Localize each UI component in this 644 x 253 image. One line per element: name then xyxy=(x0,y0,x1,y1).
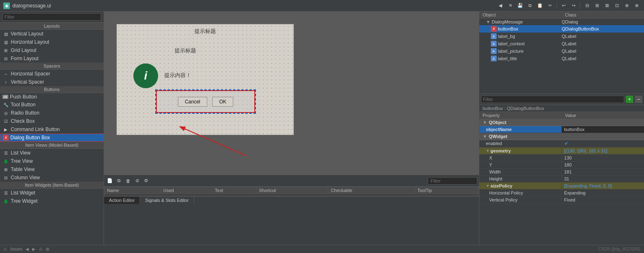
horizontal-layout-icon: ▥ xyxy=(2,39,9,45)
sidebar-item-horizontal-layout[interactable]: ▥ Horizontal Layout xyxy=(0,38,104,46)
prop-name-geometry: ▼ geometry xyxy=(479,148,562,154)
canvas-content: 提示标题 i 提示标题 提示内容！ Cancel OK xyxy=(117,24,294,135)
action-table: Name Used Text Shortcut Checkable ToolTi… xyxy=(104,187,479,196)
sidebar-item-table-view[interactable]: ⊞ Table View xyxy=(0,165,104,173)
vertical-layout-label: Vertical Layout xyxy=(11,31,43,37)
prop-filter-input[interactable] xyxy=(481,96,624,103)
cancel-button[interactable]: Cancel xyxy=(178,97,207,107)
copy-icon[interactable]: ⧉ xyxy=(526,2,534,10)
check-box-icon: ☑ xyxy=(2,118,9,124)
action-filter-input[interactable] xyxy=(428,177,477,185)
prop-remove-btn[interactable]: − xyxy=(635,96,642,103)
sidebar-item-tree-view[interactable]: 🌲 Tree View xyxy=(0,157,104,165)
tree-item-label-context[interactable]: A label_context QLabel xyxy=(479,40,644,47)
ok-button[interactable]: OK xyxy=(212,97,233,107)
tree-item-label-title[interactable]: A label_title QLabel xyxy=(479,55,644,62)
sidebar-item-horizontal-spacer[interactable]: ↔ Horizontal Spacer xyxy=(0,70,104,78)
sidebar-item-vertical-spacer[interactable]: ↕ Vertical Spacer xyxy=(0,78,104,86)
button-box-widget[interactable]: Cancel OK xyxy=(156,90,255,113)
sidebar-item-tree-widget[interactable]: 🌲 Tree Widget xyxy=(0,197,104,205)
undo-icon[interactable]: ↩ xyxy=(559,2,568,10)
tab-action-editor[interactable]: Action Editor xyxy=(104,197,140,204)
sidebar-item-list-widget[interactable]: ☰ List Widget xyxy=(0,189,104,197)
bottom-toolbar: 📄 ⧉ 🗑 ⊘ ⚙ xyxy=(104,175,479,187)
copy-action-icon[interactable]: ⧉ xyxy=(115,177,123,185)
sidebar-item-command-link-button[interactable]: ▶ Command Link Button xyxy=(0,125,104,134)
prop-row-x[interactable]: X 130 xyxy=(479,155,644,162)
prop-value-geometry: [(130, 180), 181 x 31] xyxy=(562,148,644,154)
prop-row-v-policy[interactable]: Vertical Policy Fixed xyxy=(479,197,644,204)
nav-back-status[interactable]: ◀ xyxy=(26,247,29,251)
tree-item-class: QDialog xyxy=(562,19,643,24)
dialog-button-box-icon: ✗ xyxy=(3,135,9,141)
sidebar-item-vertical-layout[interactable]: ▤ Vertical Layout xyxy=(0,30,104,38)
prop-name-y: Y xyxy=(479,162,562,168)
sidebar-item-check-box[interactable]: ☑ Check Box xyxy=(0,117,104,125)
layout-h-icon[interactable]: ⊟ xyxy=(583,2,591,10)
sidebar-item-dialog-button-box[interactable]: ✗ Dialog Button Box xyxy=(0,134,104,142)
sidebar-item-push-button[interactable]: ok Push Button xyxy=(0,93,104,101)
prop-name-height: Height xyxy=(479,176,562,182)
list-view-label: List View xyxy=(11,150,31,156)
close-btn[interactable]: ✕ xyxy=(506,2,514,10)
prop-value-objectname[interactable]: buttonBox xyxy=(562,126,644,133)
expand-icon: ▼ xyxy=(483,120,487,125)
spacers-section-header: Spacers xyxy=(0,63,104,70)
adjust-icon[interactable]: ⊕ xyxy=(632,2,641,10)
tree-item-dialog-message[interactable]: ▼ DialogMessage QDialog xyxy=(479,19,644,25)
layout-v-icon[interactable]: ⊞ xyxy=(593,2,601,10)
tree-item-label-bg[interactable]: A label_bg QLabel xyxy=(479,33,644,40)
horizontal-layout-label: Horizontal Layout xyxy=(11,39,49,45)
prop-add-btn[interactable]: + xyxy=(626,96,633,103)
sidebar-item-grid-layout[interactable]: ⊞ Grid Layout xyxy=(0,46,104,54)
radio-button-icon: ◎ xyxy=(2,110,9,116)
break-layout-icon[interactable]: ⊗ xyxy=(623,2,631,10)
tree-item-name: label_bg xyxy=(498,34,515,39)
redo-icon[interactable]: ↪ xyxy=(569,2,578,10)
sidebar-item-form-layout[interactable]: ⊟ Form Layout xyxy=(0,54,104,63)
prop-row-enabled[interactable]: enabled ✔ xyxy=(479,140,644,148)
sidebar-item-column-view[interactable]: ⊟ Column View xyxy=(0,173,104,182)
prop-row-geometry[interactable]: ▼ geometry [(130, 180), 181 x 31] xyxy=(479,148,644,155)
tree-item-button-box[interactable]: ✗ buttonBox QDialogButtonBox xyxy=(479,25,644,33)
tab-signals-slots-editor[interactable]: Signals & Slots Editor xyxy=(140,197,194,204)
prop-row-height[interactable]: Height 31 xyxy=(479,176,644,183)
save-icon[interactable]: 💾 xyxy=(516,2,524,10)
prop-row-y[interactable]: Y 180 xyxy=(479,162,644,169)
app-container: ▣ dialogmessage.ui ◀ ✕ 💾 ⧉ 📋 ✂ ↩ ↪ ⊟ ⊞ ⊠… xyxy=(0,0,644,253)
label-bg-tree-icon: A xyxy=(491,33,497,39)
nav-fwd-status[interactable]: ▶ xyxy=(32,247,36,251)
tree-item-label-picture[interactable]: A label_picture QLabel xyxy=(479,47,644,55)
prop-value-y: 180 xyxy=(562,162,644,168)
prop-rows-container: ▼ QObject objectName buttonBox ▼ QWidget… xyxy=(479,119,644,245)
paste-icon[interactable]: 📋 xyxy=(536,2,544,10)
sidebar-item-tool-button[interactable]: 🔧 Tool Button xyxy=(0,101,104,109)
issues-icon: ⚠ xyxy=(3,247,7,251)
expand-icon: ▼ xyxy=(486,19,490,24)
copyright: CSDN @qq_40170041 xyxy=(599,247,641,251)
value-col-header: Value xyxy=(562,112,644,119)
add-action-icon[interactable]: 📄 xyxy=(106,177,114,185)
col-name: Name xyxy=(104,187,161,194)
delete-action-icon[interactable]: 🗑 xyxy=(124,177,132,185)
tree-item-class: QLabel xyxy=(562,34,643,39)
push-button-icon: ok xyxy=(2,95,8,99)
prop-row-size-policy[interactable]: ▼ sizePolicy [Expanding, Fixed, 0, 0] xyxy=(479,183,644,190)
block-action-icon[interactable]: ⊘ xyxy=(133,177,141,185)
prop-row-h-policy[interactable]: Horizontal Policy Expanding xyxy=(479,190,644,197)
prop-filter-bar: + − xyxy=(479,94,644,105)
cut-icon[interactable]: ✂ xyxy=(546,2,554,10)
sidebar-item-list-view[interactable]: ☰ List View xyxy=(0,149,104,157)
layout-form-icon[interactable]: ⊡ xyxy=(613,2,621,10)
prop-row-width[interactable]: Width 181 xyxy=(479,169,644,176)
prop-row-object-name[interactable]: objectName buttonBox xyxy=(479,126,644,133)
title-bar-tools: ◀ ✕ 💾 ⧉ 📋 ✂ ↩ ↪ ⊟ ⊞ ⊠ ⊡ ⊗ ⊕ xyxy=(496,2,641,10)
widget-filter-input[interactable] xyxy=(2,13,101,21)
tree-item-class: QLabel xyxy=(562,41,643,46)
nav-back-btn[interactable]: ◀ xyxy=(496,2,504,10)
prop-name-hpolicy: Horizontal Policy xyxy=(479,190,562,196)
settings-action-icon[interactable]: ⚙ xyxy=(142,177,150,185)
layout-grid-icon[interactable]: ⊠ xyxy=(603,2,611,10)
sidebar-item-radio-button[interactable]: ◎ Radio Button xyxy=(0,109,104,117)
prop-section-qwidget: ▼ QWidget xyxy=(479,133,644,140)
